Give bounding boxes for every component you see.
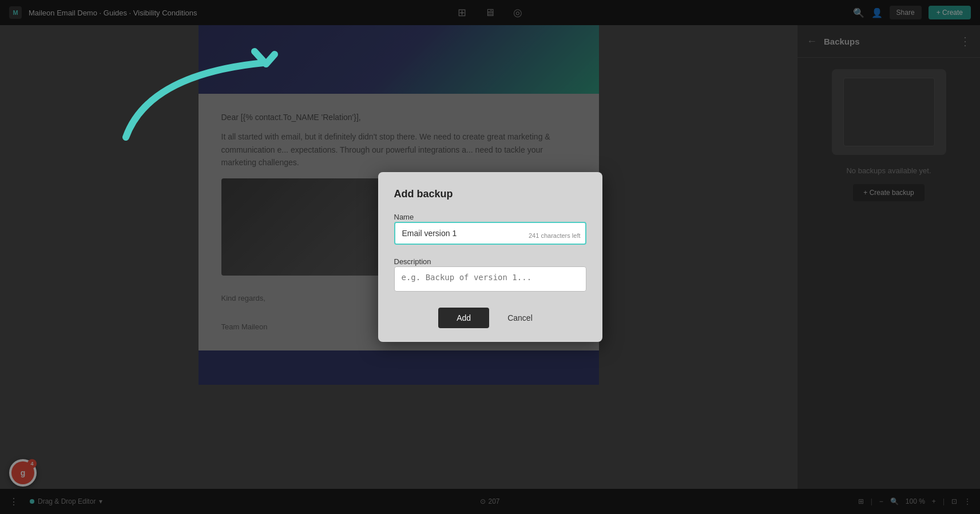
modal-overlay[interactable]: Add backup Name 241 characters left Desc…	[0, 0, 980, 514]
name-input-wrapper: 241 characters left	[394, 222, 586, 245]
cancel-button[interactable]: Cancel	[498, 308, 542, 328]
teal-arrow-annotation	[103, 29, 343, 160]
add-backup-modal: Add backup Name 241 characters left Desc…	[378, 172, 602, 342]
modal-title: Add backup	[394, 188, 586, 200]
modal-spacer	[394, 247, 586, 256]
description-label: Description	[394, 257, 431, 266]
add-button[interactable]: Add	[438, 308, 489, 328]
name-label: Name	[394, 213, 414, 221]
char-count: 241 characters left	[529, 232, 581, 239]
modal-actions: Add Cancel	[394, 308, 586, 328]
description-input[interactable]	[394, 266, 586, 292]
